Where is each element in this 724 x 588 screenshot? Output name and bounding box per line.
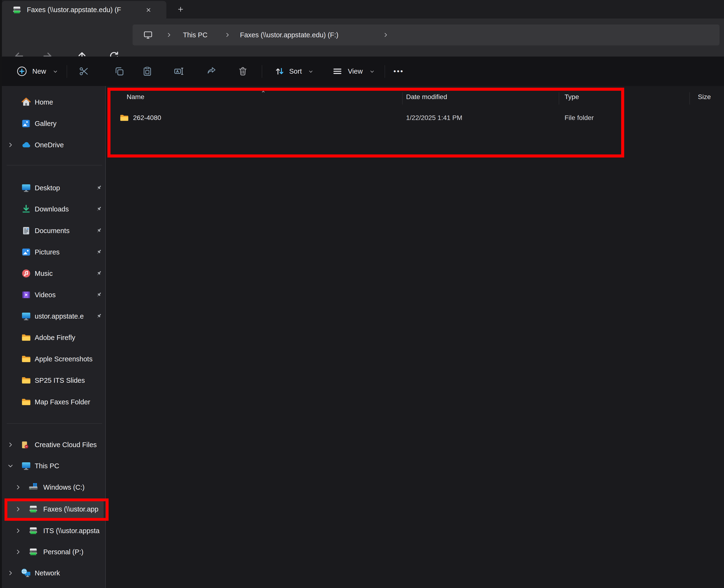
navigation-pane: Home Gallery OneDrive Desktop Downloads … bbox=[0, 86, 106, 588]
chevron-right-icon[interactable] bbox=[7, 570, 14, 576]
folder-icon bbox=[119, 113, 130, 123]
column-header-date-modified[interactable]: Date modified bbox=[406, 90, 447, 104]
share-button[interactable] bbox=[206, 66, 217, 77]
chevron-right-icon[interactable] bbox=[15, 506, 21, 512]
sort-button[interactable]: Sort bbox=[271, 57, 318, 86]
sidebar-item-its-drive[interactable]: ITS (\\ustor.appsta bbox=[0, 520, 106, 542]
sidebar-item-desktop[interactable]: Desktop bbox=[0, 177, 106, 198]
pin-icon bbox=[95, 205, 103, 213]
sidebar-item-gallery[interactable]: Gallery bbox=[0, 113, 106, 134]
file-row-262-4080[interactable]: 262-4080 1/22/2025 1:41 PM File folder bbox=[106, 110, 724, 126]
folder-icon bbox=[21, 397, 32, 407]
chevron-right-icon[interactable] bbox=[224, 32, 230, 38]
sidebar-item-label: Videos bbox=[35, 284, 95, 306]
sidebar-item-label: Creative Cloud Files bbox=[35, 434, 104, 456]
cut-button[interactable] bbox=[79, 66, 89, 77]
chevron-down-icon bbox=[53, 69, 58, 74]
sidebar-item-label: Faxes (\\ustor.app bbox=[43, 499, 104, 520]
new-tab-button[interactable] bbox=[175, 4, 186, 15]
this-pc-icon bbox=[143, 30, 153, 40]
chevron-down-icon bbox=[370, 69, 375, 74]
sidebar-item-label: Map Faxes Folder bbox=[35, 391, 104, 413]
network-drive-icon bbox=[28, 526, 39, 536]
file-type: File folder bbox=[564, 110, 594, 126]
sidebar-item-music[interactable]: Music bbox=[0, 263, 106, 284]
navigation-bar: This PC Faxes (\\ustor.appstate.edu) (F:… bbox=[0, 19, 724, 57]
folder-icon bbox=[21, 332, 32, 343]
sidebar-item-onedrive[interactable]: OneDrive bbox=[0, 134, 106, 155]
sort-ascending-caret-icon bbox=[260, 88, 266, 94]
videos-icon bbox=[21, 290, 32, 300]
sidebar-divider bbox=[7, 423, 102, 424]
plus-circle-icon bbox=[17, 66, 27, 77]
more-options-button[interactable]: ••• bbox=[393, 57, 404, 86]
pin-icon bbox=[95, 248, 103, 256]
sidebar-item-ustor-appstate[interactable]: ustor.appstate.e bbox=[0, 306, 106, 327]
rename-button[interactable] bbox=[173, 66, 184, 77]
monitor-icon bbox=[21, 311, 32, 321]
sidebar-item-personal-drive[interactable]: Personal (P:) bbox=[0, 541, 106, 563]
column-separator[interactable] bbox=[689, 92, 690, 105]
breadcrumb-current-drive[interactable]: Faxes (\\ustor.appstate.edu) (F:) bbox=[240, 24, 338, 45]
sidebar-item-label: Desktop bbox=[35, 177, 95, 198]
tab-close-button[interactable] bbox=[144, 5, 153, 15]
pin-icon bbox=[95, 291, 103, 299]
close-icon bbox=[145, 7, 152, 13]
chevron-right-icon[interactable] bbox=[15, 549, 21, 555]
paste-button[interactable] bbox=[142, 66, 152, 77]
column-separator[interactable] bbox=[402, 92, 402, 105]
copy-button[interactable] bbox=[114, 66, 125, 77]
sidebar-item-pictures[interactable]: Pictures bbox=[0, 241, 106, 263]
chevron-right-icon[interactable] bbox=[382, 32, 389, 38]
chevron-right-icon[interactable] bbox=[7, 142, 14, 148]
file-date-modified: 1/22/2025 1:41 PM bbox=[406, 110, 462, 126]
sort-icon bbox=[274, 66, 285, 77]
column-header-size[interactable]: Size bbox=[698, 90, 711, 104]
sidebar-item-label: Home bbox=[35, 91, 104, 113]
folder-icon bbox=[21, 375, 32, 385]
sidebar-item-creative-cloud-files[interactable]: Creative Cloud Files bbox=[0, 434, 106, 456]
toolbar-separator bbox=[385, 65, 385, 78]
view-button[interactable]: View bbox=[329, 57, 378, 86]
column-header-type[interactable]: Type bbox=[564, 90, 579, 104]
new-button[interactable]: New bbox=[14, 57, 71, 86]
delete-button[interactable] bbox=[237, 66, 248, 77]
sidebar-item-label: ustor.appstate.e bbox=[35, 306, 95, 327]
plus-icon bbox=[177, 6, 184, 13]
sidebar-item-label: Windows (C:) bbox=[43, 477, 104, 498]
downloads-icon bbox=[21, 204, 32, 214]
sidebar-item-label: Gallery bbox=[35, 113, 104, 134]
this-pc-icon bbox=[21, 461, 32, 471]
chevron-right-icon[interactable] bbox=[166, 32, 172, 38]
window-left-edge bbox=[0, 0, 2, 588]
sidebar-item-videos[interactable]: Videos bbox=[0, 284, 106, 306]
sidebar-item-windows-c[interactable]: Windows (C:) bbox=[0, 477, 106, 498]
sidebar-item-sp25-its-slides[interactable]: SP25 ITS Slides bbox=[0, 370, 106, 391]
column-header-name[interactable]: Name bbox=[127, 90, 144, 104]
breadcrumb-this-pc[interactable]: This PC bbox=[183, 24, 207, 45]
sidebar-item-adobe-firefly[interactable]: Adobe Firefly bbox=[0, 327, 106, 348]
sidebar-item-map-faxes-folder[interactable]: Map Faxes Folder bbox=[0, 391, 106, 413]
sidebar-item-label: ITS (\\ustor.appsta bbox=[43, 520, 104, 542]
explorer-tab[interactable]: Faxes (\\ustor.appstate.edu) (F bbox=[2, 1, 166, 19]
sidebar-item-this-pc[interactable]: This PC bbox=[0, 455, 106, 477]
chevron-down-icon[interactable] bbox=[7, 463, 14, 469]
folder-icon bbox=[21, 354, 32, 364]
address-bar[interactable]: This PC Faxes (\\ustor.appstate.edu) (F:… bbox=[132, 24, 720, 45]
tab-bar: Faxes (\\ustor.appstate.edu) (F bbox=[0, 0, 724, 19]
sidebar-item-home[interactable]: Home bbox=[0, 91, 106, 113]
sidebar-item-apple-screenshots[interactable]: Apple Screenshots bbox=[0, 348, 106, 370]
sidebar-item-faxes-drive[interactable]: Faxes (\\ustor.app bbox=[0, 499, 106, 520]
sidebar-item-network[interactable]: Network bbox=[0, 562, 106, 584]
sidebar-item-label: Personal (P:) bbox=[43, 541, 104, 563]
sidebar-item-documents[interactable]: Documents bbox=[0, 220, 106, 241]
onedrive-icon bbox=[21, 140, 32, 150]
sidebar-item-downloads[interactable]: Downloads bbox=[0, 198, 106, 220]
chevron-right-icon[interactable] bbox=[7, 441, 14, 448]
chevron-right-icon[interactable] bbox=[15, 527, 21, 534]
file-list-pane: Name Date modified Type Size 262-4080 1/… bbox=[106, 86, 724, 588]
chevron-right-icon[interactable] bbox=[15, 484, 21, 490]
network-drive-icon bbox=[28, 504, 39, 514]
pin-icon bbox=[95, 184, 103, 192]
tab-title: Faxes (\\ustor.appstate.edu) (F bbox=[27, 1, 136, 19]
